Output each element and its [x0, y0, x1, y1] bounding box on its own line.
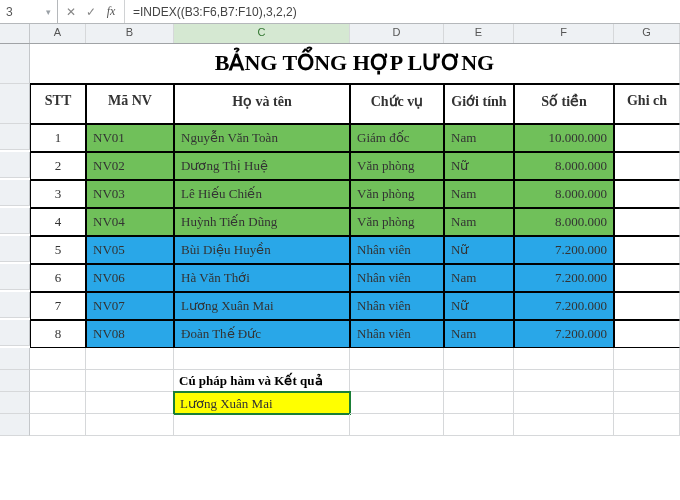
- cell-ho-ten[interactable]: Huỳnh Tiến Dũng: [174, 208, 350, 236]
- cell-ghi-chu[interactable]: [614, 152, 680, 180]
- row-head[interactable]: [0, 320, 30, 346]
- formula-input[interactable]: [125, 0, 680, 23]
- cell[interactable]: [514, 348, 614, 370]
- fx-icon[interactable]: fx: [104, 5, 118, 19]
- sheet-title[interactable]: BẢNG TỔNG HỢP LƯƠNG: [30, 44, 680, 84]
- row-head[interactable]: [0, 152, 30, 178]
- cell-ho-ten[interactable]: Bùi Diệu Huyền: [174, 236, 350, 264]
- cell[interactable]: [350, 348, 444, 370]
- cell[interactable]: [86, 348, 174, 370]
- cell-ho-ten[interactable]: Lương Xuân Mai: [174, 292, 350, 320]
- cell-chuc-vu[interactable]: Văn phòng: [350, 180, 444, 208]
- cell-stt[interactable]: 8: [30, 320, 86, 348]
- cell[interactable]: [350, 370, 444, 392]
- row-head[interactable]: [0, 370, 30, 392]
- cancel-icon[interactable]: ✕: [64, 5, 78, 19]
- cell-so-tien[interactable]: 7.200.000: [514, 292, 614, 320]
- col-head-F[interactable]: F: [514, 24, 614, 43]
- cell[interactable]: [614, 370, 680, 392]
- cell-ma-nv[interactable]: NV02: [86, 152, 174, 180]
- row-head[interactable]: [0, 124, 30, 150]
- cell-gioi-tinh[interactable]: Nữ: [444, 236, 514, 264]
- enter-icon[interactable]: ✓: [84, 5, 98, 19]
- syntax-label-cell[interactable]: Cú pháp hàm và Kết quả: [174, 370, 350, 392]
- cell[interactable]: [30, 414, 86, 436]
- hdr-so-tien[interactable]: Số tiền: [514, 84, 614, 124]
- cell-stt[interactable]: 2: [30, 152, 86, 180]
- cell[interactable]: [30, 392, 86, 414]
- cell[interactable]: [514, 370, 614, 392]
- cell-ho-ten[interactable]: Nguyễn Văn Toàn: [174, 124, 350, 152]
- row-head[interactable]: [0, 392, 30, 414]
- cell-stt[interactable]: 4: [30, 208, 86, 236]
- row-head[interactable]: [0, 264, 30, 290]
- cell[interactable]: [514, 414, 614, 436]
- cell-gioi-tinh[interactable]: Nam: [444, 264, 514, 292]
- cell-gioi-tinh[interactable]: Nam: [444, 180, 514, 208]
- name-box-dropdown-icon[interactable]: ▾: [46, 7, 51, 17]
- cell-so-tien[interactable]: 10.000.000: [514, 124, 614, 152]
- cell[interactable]: [30, 348, 86, 370]
- cell-so-tien[interactable]: 8.000.000: [514, 208, 614, 236]
- cell-ma-nv[interactable]: NV05: [86, 236, 174, 264]
- cell-ho-ten[interactable]: Đoàn Thế Đức: [174, 320, 350, 348]
- cell-so-tien[interactable]: 7.200.000: [514, 264, 614, 292]
- hdr-gioi-tinh[interactable]: Giới tính: [444, 84, 514, 124]
- col-head-B[interactable]: B: [86, 24, 174, 43]
- cell[interactable]: [174, 348, 350, 370]
- cell[interactable]: [444, 370, 514, 392]
- cell-gioi-tinh[interactable]: Nữ: [444, 292, 514, 320]
- cell[interactable]: [86, 414, 174, 436]
- col-head-G[interactable]: G: [614, 24, 680, 43]
- cell-chuc-vu[interactable]: Nhân viên: [350, 292, 444, 320]
- cell-chuc-vu[interactable]: Văn phòng: [350, 152, 444, 180]
- cell-so-tien[interactable]: 7.200.000: [514, 236, 614, 264]
- cell-ho-ten[interactable]: Lê Hiếu Chiến: [174, 180, 350, 208]
- col-head-E[interactable]: E: [444, 24, 514, 43]
- row-head[interactable]: [0, 180, 30, 206]
- cell[interactable]: [614, 348, 680, 370]
- cell-gioi-tinh[interactable]: Nữ: [444, 152, 514, 180]
- cell-ghi-chu[interactable]: [614, 264, 680, 292]
- cell[interactable]: [514, 392, 614, 414]
- cell-gioi-tinh[interactable]: Nam: [444, 208, 514, 236]
- cell-ma-nv[interactable]: NV01: [86, 124, 174, 152]
- cell-ho-ten[interactable]: Dương Thị Huệ: [174, 152, 350, 180]
- cell[interactable]: [86, 392, 174, 414]
- row-head[interactable]: [0, 84, 30, 124]
- cell-ho-ten[interactable]: Hà Văn Thới: [174, 264, 350, 292]
- active-cell[interactable]: Lương Xuân Mai: [174, 392, 350, 414]
- cell-gioi-tinh[interactable]: Nam: [444, 124, 514, 152]
- cell-so-tien[interactable]: 8.000.000: [514, 180, 614, 208]
- name-box[interactable]: 3 ▾: [0, 0, 58, 23]
- cell-stt[interactable]: 5: [30, 236, 86, 264]
- cell-chuc-vu[interactable]: Văn phòng: [350, 208, 444, 236]
- cell-ghi-chu[interactable]: [614, 180, 680, 208]
- cell-so-tien[interactable]: 8.000.000: [514, 152, 614, 180]
- cell[interactable]: [444, 392, 514, 414]
- hdr-ghi-chu[interactable]: Ghi ch: [614, 84, 680, 124]
- hdr-chuc-vu[interactable]: Chức vụ: [350, 84, 444, 124]
- cell-ma-nv[interactable]: NV04: [86, 208, 174, 236]
- row-head[interactable]: [0, 348, 30, 370]
- cell-stt[interactable]: 1: [30, 124, 86, 152]
- cell-ghi-chu[interactable]: [614, 292, 680, 320]
- cell[interactable]: [614, 414, 680, 436]
- cell[interactable]: [614, 392, 680, 414]
- row-head[interactable]: [0, 236, 30, 262]
- row-head[interactable]: [0, 414, 30, 436]
- cell-chuc-vu[interactable]: Nhân viên: [350, 320, 444, 348]
- hdr-stt[interactable]: STT: [30, 84, 86, 124]
- cell-ma-nv[interactable]: NV06: [86, 264, 174, 292]
- cell[interactable]: [444, 414, 514, 436]
- cell-chuc-vu[interactable]: Nhân viên: [350, 264, 444, 292]
- row-head[interactable]: [0, 44, 30, 84]
- row-head[interactable]: [0, 208, 30, 234]
- cell[interactable]: [174, 414, 350, 436]
- cell-ma-nv[interactable]: NV07: [86, 292, 174, 320]
- hdr-ma-nv[interactable]: Mã NV: [86, 84, 174, 124]
- cell[interactable]: [350, 414, 444, 436]
- cell-gioi-tinh[interactable]: Nam: [444, 320, 514, 348]
- cell[interactable]: [86, 370, 174, 392]
- cell-stt[interactable]: 6: [30, 264, 86, 292]
